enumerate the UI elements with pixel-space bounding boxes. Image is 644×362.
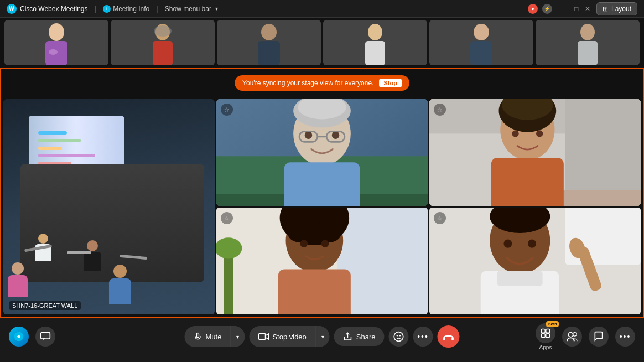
show-menu-label: Show menu bar	[165, 5, 211, 13]
star-curly-button[interactable]: ☆	[221, 212, 233, 224]
apps-button[interactable]: Beta Apps	[536, 323, 555, 350]
person-dark-top	[84, 240, 101, 271]
end-call-button[interactable]	[438, 325, 460, 348]
star-orange-button[interactable]: ☆	[434, 104, 446, 116]
maximize-button[interactable]: □	[572, 4, 581, 13]
share-button-group: Share	[334, 327, 385, 346]
app-title: W Cisco Webex Meetings	[7, 4, 88, 14]
thumb-person-5	[429, 20, 533, 65]
svg-point-5	[154, 25, 172, 37]
chat-messages-button[interactable]	[589, 327, 609, 347]
apps-label: Apps	[539, 344, 552, 350]
svg-rect-40	[224, 250, 233, 314]
meeting-info-label: Meeting Info	[113, 5, 149, 13]
more-icon: •••	[417, 332, 429, 341]
svg-rect-69	[443, 338, 445, 340]
stop-video-button[interactable]: Stop video	[249, 328, 315, 345]
mute-button-group: Mute ▾	[184, 326, 245, 347]
thumbnail-2[interactable]	[111, 20, 215, 65]
stage-cell-smiling-man[interactable]: ☆	[429, 208, 641, 314]
share-button[interactable]: Share	[334, 327, 385, 346]
participants-button[interactable]	[562, 327, 582, 347]
stop-video-button-group: Stop video ▾	[249, 326, 329, 347]
svg-rect-56	[497, 271, 543, 286]
more-options-button[interactable]: •••	[615, 327, 635, 347]
app-name-label: Cisco Webex Meetings	[20, 5, 88, 13]
show-menu-button[interactable]: Show menu bar ▾	[165, 5, 218, 13]
mute-label: Mute	[205, 333, 221, 341]
svg-rect-71	[542, 329, 546, 333]
thumbnail-4[interactable]	[323, 20, 427, 65]
toolbar: Mute ▾ Stop video ▾	[0, 318, 644, 355]
sync-notification: You're syncing your stage view for every…	[235, 75, 409, 91]
laptop-2	[67, 251, 91, 254]
stop-video-chevron[interactable]: ▾	[315, 326, 330, 347]
svg-rect-20	[284, 162, 360, 206]
sep1: |	[95, 4, 97, 13]
toolbar-left	[9, 327, 55, 347]
sync-message: You're syncing your stage view for every…	[242, 79, 373, 87]
svg-rect-11	[470, 41, 492, 65]
star-elder-button[interactable]: ☆	[221, 104, 233, 116]
svg-rect-13	[578, 41, 598, 65]
person-pink	[8, 262, 28, 297]
thumb-person-3	[217, 20, 321, 65]
titlebar-right: ● ⚡ ─ □ ✕ ⊞ Layout	[528, 2, 637, 15]
thumb-person-1	[4, 20, 108, 65]
star-smiling-button[interactable]: ☆	[434, 212, 446, 224]
stage-cell-curly-woman[interactable]: ☆	[216, 208, 428, 314]
stop-video-chevron-icon: ▾	[321, 334, 324, 340]
thumbnail-3[interactable]	[217, 20, 321, 65]
svg-point-48	[321, 240, 329, 247]
svg-point-76	[573, 333, 577, 337]
thumb-person-2	[111, 20, 215, 65]
chevron-down-icon: ▾	[215, 6, 218, 12]
svg-rect-70	[451, 338, 454, 340]
webex-logo-button[interactable]	[9, 327, 29, 347]
stage-main-participant[interactable]: SHN7-16-GREAT WALL	[3, 99, 215, 314]
stop-sync-button[interactable]: Stop	[379, 79, 401, 87]
svg-point-22	[332, 131, 340, 139]
svg-point-44	[286, 212, 310, 242]
more-button[interactable]: •••	[413, 327, 433, 347]
layout-button[interactable]: ⊞ Layout	[596, 2, 637, 15]
close-button[interactable]: ✕	[583, 4, 592, 13]
mute-chevron[interactable]: ▾	[230, 326, 245, 347]
svg-point-21	[305, 131, 313, 139]
svg-point-57	[503, 240, 512, 248]
emoji-button[interactable]	[389, 327, 409, 347]
svg-point-67	[397, 335, 398, 337]
more-options-icon: •••	[620, 332, 631, 341]
meeting-info-button[interactable]: i Meeting Info	[103, 5, 149, 13]
toolbar-right: Beta Apps •••	[536, 323, 635, 350]
svg-rect-46	[278, 270, 351, 314]
main-stage: You're syncing your stage view for every…	[0, 68, 644, 318]
svg-rect-4	[153, 41, 173, 65]
svg-rect-63	[196, 333, 199, 338]
recording-indicator: ●	[528, 4, 538, 14]
window-controls: ─ □ ✕	[561, 4, 592, 13]
titlebar-left: W Cisco Webex Meetings | i Meeting Info …	[7, 4, 218, 14]
info-dot-icon: i	[103, 5, 111, 13]
stage-cell-elder[interactable]: ☆	[216, 99, 428, 206]
svg-point-6	[261, 24, 277, 40]
stage-grid: SHN7-16-GREAT WALL	[1, 69, 643, 317]
chat-button[interactable]	[35, 327, 55, 347]
thumbnail-1[interactable]	[4, 20, 108, 65]
mute-button[interactable]: Mute	[184, 327, 230, 346]
webrtc-indicator: ⚡	[542, 4, 552, 14]
svg-point-36	[536, 130, 543, 137]
thumb-person-6	[536, 20, 640, 65]
sep2: |	[156, 4, 158, 13]
svg-point-2	[49, 49, 58, 55]
layout-label: Layout	[611, 5, 631, 13]
minimize-button[interactable]: ─	[561, 4, 570, 13]
stage-cell-woman-orange[interactable]: ☆	[429, 99, 641, 206]
thumbnail-6[interactable]	[536, 20, 640, 65]
svg-rect-7	[258, 41, 280, 65]
svg-rect-72	[546, 329, 550, 333]
thumbnail-5[interactable]	[429, 20, 533, 65]
toolbar-center: Mute ▾ Stop video ▾	[184, 325, 459, 348]
svg-point-35	[512, 130, 518, 137]
svg-point-47	[300, 240, 308, 247]
